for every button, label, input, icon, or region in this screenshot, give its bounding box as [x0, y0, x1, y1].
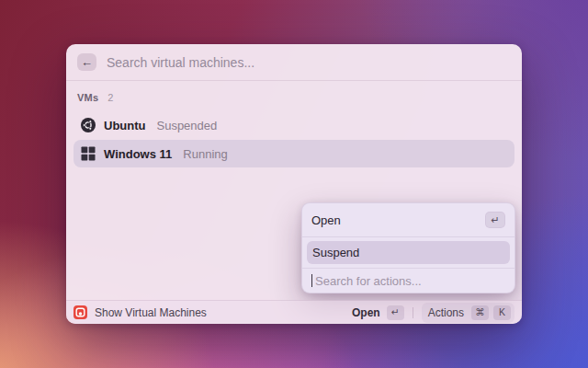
- footer-source: Show Virtual Machines: [74, 305, 207, 319]
- action-search-placeholder: Search for actions...: [315, 274, 422, 288]
- action-item-wrap: Suspend: [302, 237, 514, 268]
- desktop-wallpaper: ← VMs 2 Ubuntu Suspended: [0, 0, 588, 368]
- primary-action-button[interactable]: Open: [352, 306, 380, 319]
- vm-name: Ubuntu: [104, 119, 145, 132]
- back-button[interactable]: ←: [77, 53, 96, 71]
- footer-bar: Show Virtual Machines Open ↵ Actions ⌘ K: [66, 300, 522, 324]
- action-label: Open: [311, 213, 341, 227]
- vm-name: Windows 11: [104, 147, 172, 161]
- section-count: 2: [107, 92, 113, 103]
- action-search-input[interactable]: Search for actions...: [302, 269, 514, 293]
- actions-menu-label: Actions: [425, 306, 467, 319]
- section-header: VMs 2: [74, 87, 514, 111]
- parallels-app-icon: [74, 305, 87, 319]
- search-bar: ←: [66, 44, 522, 81]
- vm-status: Running: [183, 147, 227, 161]
- ubuntu-logo-icon: [81, 118, 96, 132]
- vm-list: VMs 2 Ubuntu Suspended: [66, 81, 522, 167]
- vm-status: Suspended: [156, 119, 217, 132]
- k-key-icon: K: [493, 305, 511, 320]
- action-item-open[interactable]: Open ↵: [302, 203, 514, 236]
- return-key-icon: ↵: [485, 212, 505, 228]
- action-item-suspend[interactable]: Suspend: [307, 241, 510, 264]
- footer-source-label: Show Virtual Machines: [95, 306, 207, 319]
- windows-logo-icon: [81, 146, 96, 161]
- command-palette-window: ← VMs 2 Ubuntu Suspended: [66, 44, 522, 324]
- return-key-icon: ↵: [387, 305, 404, 320]
- actions-popup: Open ↵ Suspend Search for actions...: [301, 202, 515, 293]
- search-input[interactable]: [107, 55, 511, 70]
- footer-actions-area: Open ↵ Actions ⌘ K: [352, 303, 514, 323]
- list-item-windows-11[interactable]: Windows 11 Running: [74, 140, 514, 167]
- actions-menu-button[interactable]: Actions ⌘ K: [422, 303, 514, 323]
- list-item-ubuntu[interactable]: Ubuntu Suspended: [74, 111, 514, 139]
- section-label: VMs: [77, 92, 98, 103]
- command-key-icon: ⌘: [471, 305, 489, 320]
- footer-divider: [413, 307, 413, 318]
- back-arrow-icon: ←: [81, 56, 93, 68]
- action-label: Suspend: [312, 246, 359, 259]
- text-caret: [311, 274, 312, 287]
